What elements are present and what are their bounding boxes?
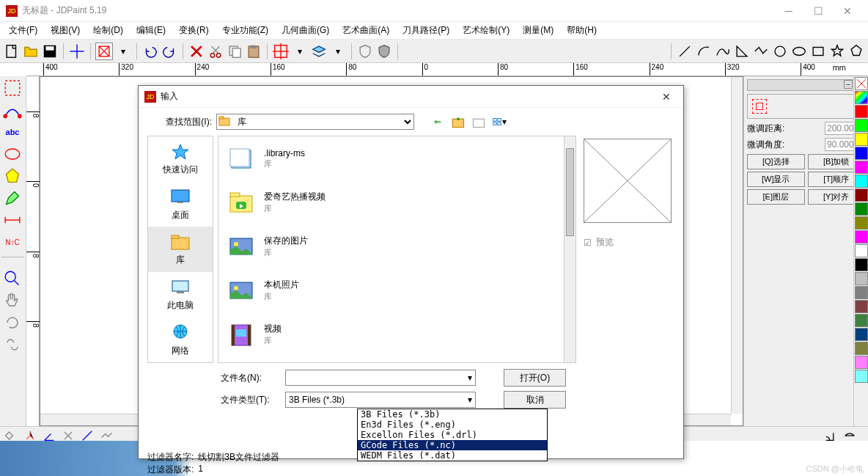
ellipse-tool-icon[interactable] xyxy=(1,144,23,164)
color-swatch[interactable] xyxy=(855,258,868,271)
color-swatch[interactable] xyxy=(855,133,868,146)
panel-minimize-icon[interactable]: – xyxy=(844,80,853,89)
menu-professional[interactable]: 专业功能(Z) xyxy=(216,23,274,38)
target-icon[interactable] xyxy=(272,43,290,60)
open-file-icon[interactable] xyxy=(22,43,40,60)
layers-icon[interactable] xyxy=(310,43,328,60)
dropdown-item[interactable]: 3B Files (*.3b) xyxy=(358,409,547,420)
layer-button[interactable]: [E]图层 xyxy=(747,189,805,205)
file-item[interactable]: 视频库 xyxy=(218,312,575,356)
color-swatch[interactable] xyxy=(855,370,868,383)
color-swatch[interactable] xyxy=(855,175,868,188)
menu-geometry[interactable]: 几何曲面(G) xyxy=(276,23,335,38)
menu-draw[interactable]: 绘制(D) xyxy=(87,23,129,38)
menu-view[interactable]: 视图(V) xyxy=(45,23,86,38)
file-list-scrollbar[interactable] xyxy=(564,136,575,362)
dropdown-icon[interactable]: ▾ xyxy=(291,43,309,60)
star-shape-icon[interactable] xyxy=(828,43,846,60)
filename-input[interactable]: ▾ xyxy=(285,370,476,386)
menu-art-draw[interactable]: 艺术绘制(Y) xyxy=(457,23,515,38)
copy-icon[interactable] xyxy=(226,43,243,60)
place-network[interactable]: 网络 xyxy=(148,317,213,362)
rotate-tool-icon[interactable] xyxy=(1,312,23,333)
chain-tool-icon[interactable] xyxy=(1,334,23,355)
shield-filled-icon[interactable] xyxy=(375,43,393,60)
circle-shape-icon[interactable] xyxy=(771,43,789,60)
color-swatch[interactable] xyxy=(855,147,868,160)
ellipse-shape-icon[interactable] xyxy=(790,43,808,60)
arc-shape-icon[interactable] xyxy=(695,43,713,60)
nav-back-icon[interactable]: ⇐ xyxy=(430,115,445,128)
dropdown-item-selected[interactable]: GCode Files (*.nc) xyxy=(358,440,547,450)
crosshair-icon[interactable] xyxy=(68,43,86,60)
polygon-shape-icon[interactable] xyxy=(847,43,865,60)
dropdown-icon[interactable]: ▾ xyxy=(114,43,132,60)
nav-view-icon[interactable]: ▾ xyxy=(492,115,507,128)
color-swatch[interactable] xyxy=(855,188,868,202)
color-swatch[interactable] xyxy=(855,119,868,132)
new-file-icon[interactable] xyxy=(3,43,21,60)
line-shape-icon[interactable] xyxy=(676,43,694,60)
undo-icon[interactable] xyxy=(141,43,159,60)
preview-checkbox-icon[interactable]: ☑ xyxy=(584,238,592,248)
cancel-button[interactable]: 取消 xyxy=(504,391,566,409)
menu-file[interactable]: 文件(F) xyxy=(3,23,43,38)
dropdown-item[interactable]: En3d Files (*.eng) xyxy=(358,420,547,430)
text-tool-icon[interactable]: abc xyxy=(1,122,23,142)
minimize-button[interactable]: ─ xyxy=(774,1,803,21)
color-swatch[interactable] xyxy=(855,244,868,257)
color-swatch[interactable] xyxy=(855,272,868,285)
color-swatch[interactable] xyxy=(855,314,868,327)
file-list[interactable]: .library-ms库 爱奇艺热播视频库 保存的图片库 本机照片库 视频库 xyxy=(218,136,576,363)
color-swatch[interactable] xyxy=(855,328,868,341)
polyline-shape-icon[interactable] xyxy=(752,43,770,60)
dropdown-item[interactable]: WEDM Files (*.dat) xyxy=(358,450,547,461)
menu-art-surface[interactable]: 艺术曲面(A) xyxy=(336,23,395,38)
color-swatch[interactable] xyxy=(855,356,868,369)
pentagon-tool-icon[interactable] xyxy=(1,166,23,186)
nav-up-icon[interactable] xyxy=(451,115,466,128)
color-swatch[interactable] xyxy=(855,202,868,216)
no-color-icon[interactable] xyxy=(855,77,868,90)
save-file-icon[interactable] xyxy=(41,43,59,60)
vertical-scrollbar[interactable] xyxy=(731,77,743,414)
place-quick-access[interactable]: 快速访问 xyxy=(148,136,213,182)
select-box-icon[interactable] xyxy=(95,43,113,60)
menu-toolpath[interactable]: 刀具路径(P) xyxy=(397,23,455,38)
nav-new-folder-icon[interactable] xyxy=(471,115,486,128)
menu-transform[interactable]: 变换(R) xyxy=(173,23,215,38)
close-button[interactable]: ✕ xyxy=(833,1,862,21)
color-swatch[interactable] xyxy=(855,286,868,299)
place-desktop[interactable]: 桌面 xyxy=(148,182,213,227)
rect-shape-icon[interactable] xyxy=(809,43,827,60)
shield-icon[interactable] xyxy=(356,43,374,60)
menu-edit[interactable]: 编辑(E) xyxy=(130,23,172,38)
filetype-dropdown[interactable]: 3B Files (*.3b) En3d Files (*.eng) Excel… xyxy=(357,409,548,461)
open-button[interactable]: 打开(O) xyxy=(504,369,566,387)
paste-icon[interactable] xyxy=(245,43,262,60)
cut-icon[interactable] xyxy=(207,43,224,60)
color-swatch[interactable] xyxy=(855,342,868,355)
dropdown-item[interactable]: Excellon Files (*.drl) xyxy=(358,430,547,440)
nc-tool-icon[interactable]: N↕C xyxy=(1,232,23,252)
color-swatch[interactable] xyxy=(855,105,868,118)
node-tool-icon[interactable] xyxy=(1,100,23,120)
color-swatch[interactable] xyxy=(855,300,868,313)
color-swatch[interactable] xyxy=(855,91,868,104)
angle-shape-icon[interactable] xyxy=(733,43,751,60)
lookin-select[interactable]: 库 xyxy=(216,114,414,130)
color-swatch[interactable] xyxy=(855,216,868,230)
filetype-select[interactable]: 3B Files (*.3b)▾ xyxy=(285,392,476,408)
dropdown-icon[interactable]: ▾ xyxy=(329,43,347,60)
curve-shape-icon[interactable] xyxy=(714,43,732,60)
dialog-close-button[interactable]: ✕ xyxy=(655,91,677,103)
display-button[interactable]: [W]显示 xyxy=(747,172,805,187)
file-item[interactable]: 爱奇艺热播视频库 xyxy=(218,180,575,224)
select-button[interactable]: [Q]选择 xyxy=(747,154,805,169)
redo-icon[interactable] xyxy=(161,43,178,60)
place-library[interactable]: 库 xyxy=(148,227,213,272)
place-computer[interactable]: 此电脑 xyxy=(148,272,213,318)
menu-measure[interactable]: 测量(M) xyxy=(517,23,559,38)
file-item[interactable]: .library-ms库 xyxy=(218,136,575,180)
select-tool-icon[interactable] xyxy=(1,78,23,98)
